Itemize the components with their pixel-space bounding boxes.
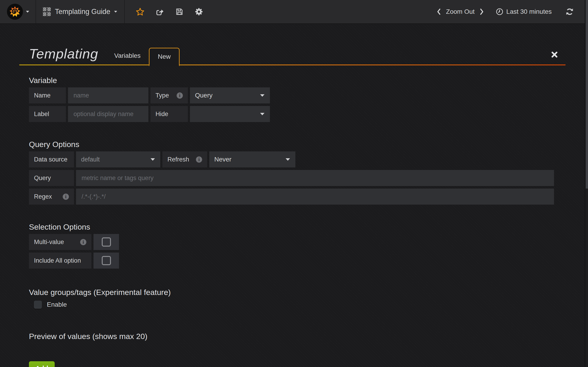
tab-new[interactable]: New bbox=[149, 48, 180, 66]
close-button[interactable] bbox=[549, 50, 560, 60]
refresh-label: Refresh i bbox=[162, 151, 207, 167]
info-icon[interactable]: i bbox=[196, 156, 202, 163]
checkbox-icon bbox=[102, 237, 111, 247]
variable-section: Variable Name Type i Query Label Hid bbox=[19, 75, 565, 122]
query-input[interactable] bbox=[76, 170, 554, 186]
preview-heading: Preview of values (shows max 20) bbox=[29, 332, 565, 341]
grafana-app: Templating Guide bbox=[0, 0, 588, 367]
info-icon[interactable]: i bbox=[63, 194, 69, 200]
refresh-select[interactable]: Never bbox=[209, 151, 295, 167]
value-groups-section: Value groups/tags (Experimental feature)… bbox=[19, 287, 565, 309]
query-options-section: Query Options Data source default Refres… bbox=[19, 140, 565, 205]
query-options-heading: Query Options bbox=[29, 140, 565, 149]
datasource-row: Data source default Refresh i Never bbox=[29, 151, 565, 167]
preview-section: Preview of values (shows max 20) bbox=[19, 332, 565, 341]
regex-input[interactable] bbox=[76, 189, 554, 205]
caret-down-icon bbox=[285, 158, 290, 161]
scrollbar-thumb[interactable] bbox=[586, 0, 588, 189]
enable-label: Enable bbox=[47, 301, 67, 308]
refresh-icon bbox=[565, 8, 574, 16]
tab-variables[interactable]: Variables bbox=[106, 52, 149, 65]
selection-options-heading: Selection Options bbox=[29, 222, 565, 232]
caret-down-icon bbox=[150, 158, 155, 161]
templating-editor: Templating Variables New Variable Name T… bbox=[19, 0, 565, 367]
include-all-label: Include All option bbox=[29, 252, 91, 269]
close-icon bbox=[551, 51, 558, 58]
add-button[interactable]: Add bbox=[29, 361, 55, 367]
info-icon[interactable]: i bbox=[80, 239, 86, 245]
query-row: Query bbox=[29, 170, 565, 186]
variable-heading: Variable bbox=[29, 75, 565, 85]
name-input[interactable] bbox=[68, 87, 148, 103]
tabs: Variables New bbox=[106, 48, 180, 65]
caret-down-icon bbox=[260, 113, 265, 116]
caret-down-icon bbox=[260, 94, 265, 97]
include-all-checkbox[interactable] bbox=[94, 252, 119, 269]
regex-row: Regex i bbox=[29, 189, 565, 205]
type-label: Type i bbox=[150, 87, 188, 103]
datasource-label: Data source bbox=[29, 151, 74, 167]
selection-options-section: Selection Options Multi-value i Include … bbox=[19, 222, 565, 269]
variable-label-row: Label Hide bbox=[29, 106, 565, 122]
query-label: Query bbox=[29, 170, 74, 186]
variable-name-row: Name Type i Query bbox=[29, 87, 565, 103]
page-title: Templating bbox=[19, 46, 98, 65]
multi-value-row: Multi-value i bbox=[29, 234, 565, 250]
tab-underline bbox=[19, 65, 565, 65]
scrollbar-track[interactable] bbox=[585, 0, 588, 367]
regex-label: Regex i bbox=[29, 189, 74, 205]
name-label: Name bbox=[29, 87, 66, 103]
enable-checkbox[interactable] bbox=[34, 301, 42, 309]
type-select[interactable]: Query bbox=[190, 87, 270, 103]
datasource-select[interactable]: default bbox=[76, 151, 160, 167]
multi-value-checkbox[interactable] bbox=[94, 234, 119, 250]
checkbox-icon bbox=[102, 256, 111, 265]
value-groups-heading: Value groups/tags (Experimental feature) bbox=[29, 287, 565, 297]
hide-label: Hide bbox=[150, 106, 188, 122]
label-input[interactable] bbox=[68, 106, 148, 122]
hide-select[interactable] bbox=[190, 106, 270, 122]
label-label: Label bbox=[29, 106, 66, 122]
page-header: Templating Variables New bbox=[19, 24, 565, 65]
info-icon[interactable]: i bbox=[177, 92, 183, 99]
refresh-button[interactable] bbox=[565, 8, 574, 16]
enable-row: Enable bbox=[29, 301, 565, 309]
multi-value-label: Multi-value i bbox=[29, 234, 91, 250]
include-all-row: Include All option bbox=[29, 252, 565, 269]
